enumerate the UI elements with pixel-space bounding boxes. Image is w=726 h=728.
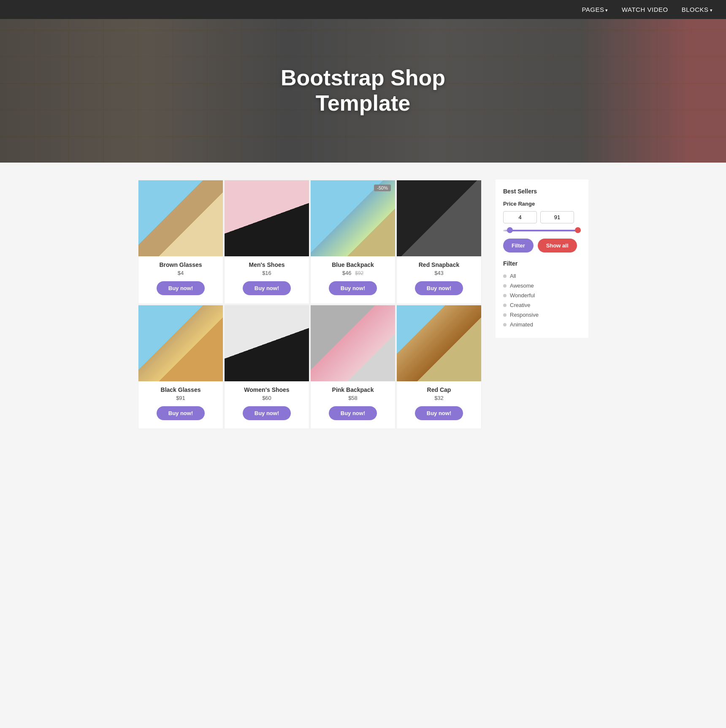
- product-name: Men's Shoes: [249, 261, 284, 268]
- filter-dot-icon: [503, 323, 507, 326]
- product-name: Red Cap: [427, 386, 451, 393]
- product-image-wrap: [311, 305, 395, 381]
- product-price: $16: [262, 270, 271, 276]
- product-image: [311, 305, 395, 381]
- range-slider[interactable]: [503, 229, 581, 232]
- product-card-brown-glasses: Brown Glasses $4 Buy now!: [138, 180, 223, 304]
- price-range-title: Price Range: [503, 201, 581, 207]
- show-all-button[interactable]: Show all: [538, 239, 577, 253]
- buy-now-button[interactable]: Buy now!: [329, 281, 377, 295]
- nav-pages[interactable]: PAGES▾: [582, 6, 608, 13]
- filter-item-awesome[interactable]: Awesome: [503, 281, 581, 291]
- filter-button[interactable]: Filter: [503, 239, 534, 253]
- product-price: $43: [434, 270, 444, 276]
- filter-dot-icon: [503, 294, 507, 297]
- product-image: [138, 180, 223, 256]
- price-range-inputs: [503, 211, 581, 223]
- filter-dot-icon: [503, 284, 507, 288]
- product-price: $4: [178, 270, 184, 276]
- buy-now-button[interactable]: Buy now!: [415, 281, 463, 295]
- filter-dot-icon: [503, 313, 507, 317]
- product-name: Black Glasses: [161, 386, 201, 393]
- filter-item-all[interactable]: All: [503, 271, 581, 281]
- product-grid: Brown Glasses $4 Buy now! Men's Shoes $1…: [138, 179, 482, 429]
- filter-dot-icon: [503, 274, 507, 278]
- product-price: $46 $92: [342, 270, 363, 276]
- hero-section: Bootstrap Shop Template: [0, 19, 726, 163]
- nav-blocks[interactable]: BLOCKS▾: [682, 6, 712, 13]
- pages-arrow-icon: ▾: [605, 8, 608, 13]
- product-card-mens-shoes: Men's Shoes $16 Buy now!: [224, 180, 309, 304]
- product-price: $32: [434, 395, 444, 401]
- product-image: [311, 180, 395, 256]
- filter-item-wonderful[interactable]: Wonderful: [503, 291, 581, 300]
- filter-item-responsive[interactable]: Responsive: [503, 310, 581, 320]
- filter-item-label: All: [510, 273, 516, 279]
- product-price: $60: [262, 395, 271, 401]
- product-name: Blue Backpack: [332, 261, 374, 268]
- price-min-input[interactable]: [503, 211, 537, 223]
- product-name: Pink Backpack: [332, 386, 374, 393]
- product-image-wrap: [138, 305, 223, 381]
- navbar: PAGES▾ WATCH VIDEO BLOCKS▾: [0, 0, 726, 19]
- filter-item-animated[interactable]: Animated: [503, 320, 581, 329]
- best-sellers-title: Best Sellers: [503, 188, 581, 195]
- product-card-blue-backpack: -50% Blue Backpack $46 $92 Buy now!: [310, 180, 396, 304]
- filter-item-label: Responsive: [510, 312, 539, 318]
- filter-list: All Awesome Wonderful Creative Responsiv…: [503, 271, 581, 329]
- filter-dot-icon: [503, 304, 507, 307]
- filter-item-label: Animated: [510, 321, 533, 328]
- product-image-wrap: [397, 180, 481, 256]
- product-price: $91: [176, 395, 185, 401]
- product-name: Red Snapback: [419, 261, 459, 268]
- filter-item-label: Creative: [510, 302, 530, 308]
- nav-watch-video[interactable]: WATCH VIDEO: [622, 6, 668, 13]
- sidebar-best-sellers: Best Sellers Price Range Filter Show all…: [496, 179, 588, 338]
- range-track: [503, 230, 581, 231]
- buy-now-button[interactable]: Buy now!: [243, 406, 291, 420]
- product-image-wrap: [138, 180, 223, 256]
- product-image-wrap: -50%: [311, 180, 395, 256]
- sidebar-buttons: Filter Show all: [503, 239, 581, 253]
- buy-now-button[interactable]: Buy now!: [243, 281, 291, 295]
- product-image: [225, 180, 309, 256]
- product-name: Women's Shoes: [244, 386, 289, 393]
- product-image-wrap: [397, 305, 481, 381]
- product-card-black-glasses: Black Glasses $91 Buy now!: [138, 305, 223, 429]
- filter-item-label: Wonderful: [510, 292, 535, 299]
- price-max-input[interactable]: [540, 211, 574, 223]
- product-card-red-cap: Red Cap $32 Buy now!: [396, 305, 482, 429]
- hero-title: Bootstrap Shop Template: [281, 65, 445, 116]
- buy-now-button[interactable]: Buy now!: [415, 406, 463, 420]
- sidebar: Best Sellers Price Range Filter Show all…: [496, 179, 588, 429]
- product-image: [138, 305, 223, 381]
- buy-now-button[interactable]: Buy now!: [157, 406, 205, 420]
- buy-now-button[interactable]: Buy now!: [157, 281, 205, 295]
- range-thumb-right[interactable]: [575, 227, 581, 233]
- main-layout: Brown Glasses $4 Buy now! Men's Shoes $1…: [131, 179, 595, 429]
- product-image-wrap: [225, 180, 309, 256]
- product-price: $58: [348, 395, 358, 401]
- filter-item-creative[interactable]: Creative: [503, 300, 581, 310]
- product-name: Brown Glasses: [159, 261, 202, 268]
- buy-now-button[interactable]: Buy now!: [329, 406, 377, 420]
- range-thumb-left[interactable]: [507, 227, 513, 233]
- product-image-wrap: [225, 305, 309, 381]
- blocks-arrow-icon: ▾: [710, 8, 713, 13]
- product-image: [225, 305, 309, 381]
- product-card-pink-backpack: Pink Backpack $58 Buy now!: [310, 305, 396, 429]
- filter-title: Filter: [503, 260, 581, 267]
- product-card-womens-shoes: Women's Shoes $60 Buy now!: [224, 305, 309, 429]
- product-card-red-snapback: Red Snapback $43 Buy now!: [396, 180, 482, 304]
- product-image: [397, 305, 481, 381]
- sale-badge: -50%: [374, 185, 391, 191]
- filter-item-label: Awesome: [510, 283, 534, 289]
- product-image: [397, 180, 481, 256]
